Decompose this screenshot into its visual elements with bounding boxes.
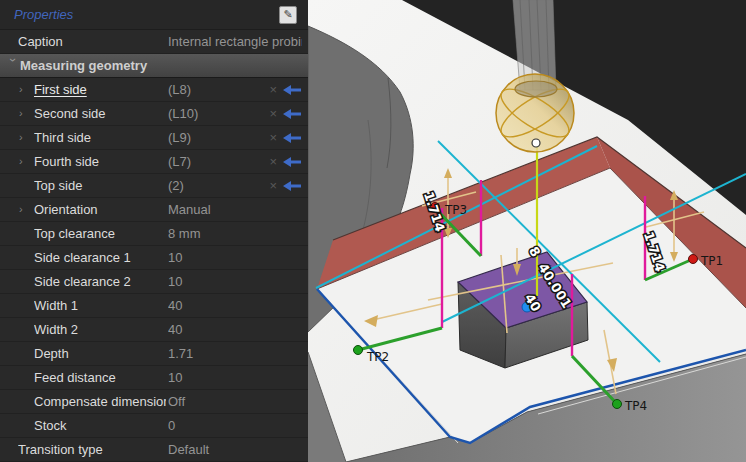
row-value[interactable]: 40: [168, 294, 302, 317]
row-first-side[interactable]: › First side (L8) ×: [0, 78, 308, 102]
tp3-label: TP3: [444, 203, 467, 217]
row-value[interactable]: Manual: [168, 198, 302, 221]
row-label: Width 2: [34, 318, 166, 341]
row-value[interactable]: Internal rectangle probing: [168, 30, 302, 53]
expander-icon[interactable]: ›: [19, 102, 23, 125]
row-label: Caption: [18, 30, 166, 53]
row-label: Top clearance: [34, 222, 166, 245]
row-orientation[interactable]: › Orientation Manual: [0, 198, 308, 222]
touch-point-tp1[interactable]: [689, 255, 698, 264]
section-measuring-geometry[interactable]: › Measuring geometry: [0, 54, 308, 78]
assign-arrow-icon[interactable]: [283, 133, 301, 143]
row-value[interactable]: (L10): [168, 102, 260, 125]
row-label: Third side: [34, 126, 166, 149]
expander-icon[interactable]: ›: [19, 126, 23, 149]
row-label: Width 1: [34, 294, 166, 317]
row-value[interactable]: (2): [168, 174, 260, 197]
row-fourth-side[interactable]: › Fourth side (L7) ×: [0, 150, 308, 174]
property-rows: Caption Internal rectangle probing › Mea…: [0, 30, 308, 462]
row-value[interactable]: 8 mm: [168, 222, 302, 245]
row-label: Side clearance 2: [34, 270, 166, 293]
row-value[interactable]: (L8): [168, 78, 260, 101]
row-value[interactable]: Off: [168, 390, 302, 413]
touch-point-tp2[interactable]: [354, 346, 363, 355]
tp2-label: TP2: [366, 350, 389, 364]
row-value[interactable]: (L7): [168, 150, 260, 173]
row-top-clearance[interactable]: Top clearance 8 mm: [0, 222, 308, 246]
row-label: Transition type: [18, 438, 166, 461]
section-label: Measuring geometry: [20, 54, 302, 77]
row-value[interactable]: 40: [168, 318, 302, 341]
assign-arrow-icon[interactable]: [283, 85, 301, 95]
application-window: Properties ✎ Caption Internal rectangle …: [0, 0, 746, 462]
row-label: Top side: [34, 174, 166, 197]
row-label: Feed distance: [34, 366, 166, 389]
tp4-label: TP4: [624, 399, 647, 413]
row-value[interactable]: 10: [168, 366, 302, 389]
row-width-2[interactable]: Width 2 40: [0, 318, 308, 342]
properties-panel: Properties ✎ Caption Internal rectangle …: [0, 0, 308, 462]
tp1-label: TP1: [700, 254, 723, 268]
row-top-side[interactable]: Top side (2) ×: [0, 174, 308, 198]
row-feed-distance[interactable]: Feed distance 10: [0, 366, 308, 390]
row-value[interactable]: 10: [168, 270, 302, 293]
row-value[interactable]: 10: [168, 246, 302, 269]
probe-sphere: [495, 74, 576, 152]
touch-point-tp4[interactable]: [613, 400, 622, 409]
clear-icon[interactable]: ×: [269, 102, 277, 125]
clear-icon[interactable]: ×: [269, 150, 277, 173]
expander-icon[interactable]: ›: [19, 198, 23, 221]
row-second-side[interactable]: › Second side (L10) ×: [0, 102, 308, 126]
row-value[interactable]: 0: [168, 414, 302, 437]
panel-title: Properties: [14, 7, 73, 22]
expander-icon[interactable]: ›: [19, 78, 23, 101]
clear-icon[interactable]: ×: [269, 78, 277, 101]
assign-arrow-icon[interactable]: [283, 157, 301, 167]
assign-arrow-icon[interactable]: [283, 181, 301, 191]
expander-icon[interactable]: ›: [19, 150, 23, 173]
row-label: Side clearance 1: [34, 246, 166, 269]
row-label: Compensate dimension: [34, 390, 166, 413]
row-label: Fourth side: [34, 150, 166, 173]
row-value[interactable]: Default: [168, 438, 302, 461]
row-label: Depth: [34, 342, 166, 365]
row-value[interactable]: 1.71: [168, 342, 302, 365]
row-label: Second side: [34, 102, 166, 125]
row-side-clearance-2[interactable]: Side clearance 2 10: [0, 270, 308, 294]
3d-viewport[interactable]: TP3 TP1 TP2 TP4 1.714 1.714 8 40.001 40: [308, 0, 746, 462]
3d-scene: TP3 TP1 TP2 TP4 1.714 1.714 8 40.001 40: [308, 0, 746, 462]
assign-arrow-icon[interactable]: [283, 109, 301, 119]
row-transition-type[interactable]: Transition type Default: [0, 438, 308, 462]
panel-header: Properties ✎: [0, 0, 308, 30]
row-caption[interactable]: Caption Internal rectangle probing: [0, 30, 308, 54]
row-label: Stock: [34, 414, 166, 437]
row-label: First side: [34, 78, 166, 101]
row-stock[interactable]: Stock 0: [0, 414, 308, 438]
row-depth[interactable]: Depth 1.71: [0, 342, 308, 366]
clear-icon[interactable]: ×: [269, 174, 277, 197]
row-width-1[interactable]: Width 1 40: [0, 294, 308, 318]
row-compensate-dimension[interactable]: Compensate dimension Off: [0, 390, 308, 414]
row-value[interactable]: (L9): [168, 126, 260, 149]
row-label: Orientation: [34, 198, 166, 221]
row-side-clearance-1[interactable]: Side clearance 1 10: [0, 246, 308, 270]
edit-icon[interactable]: ✎: [279, 6, 297, 24]
row-third-side[interactable]: › Third side (L9) ×: [0, 126, 308, 150]
clear-icon[interactable]: ×: [269, 126, 277, 149]
probe-tip-point: [532, 139, 540, 147]
